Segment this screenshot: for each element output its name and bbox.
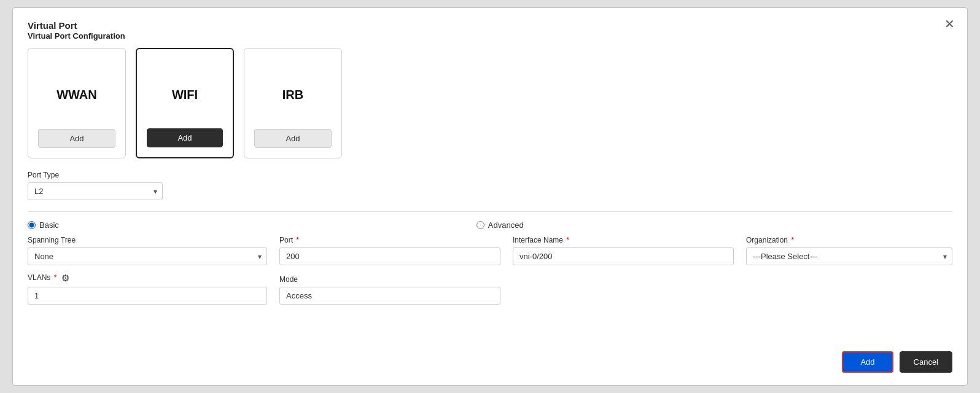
irb-add-button[interactable]: Add [254, 129, 332, 148]
mode-label: Mode [279, 275, 500, 284]
port-group: Port * [279, 236, 500, 265]
port-card-wwan-name: WWAN [56, 61, 97, 129]
wwan-add-button[interactable]: Add [38, 129, 115, 148]
vlans-input[interactable] [28, 287, 267, 305]
mode-group: Mode [279, 275, 500, 305]
radio-basic-input[interactable] [28, 221, 36, 229]
radio-advanced-label: Advanced [488, 220, 524, 230]
vlans-group: VLANs * ⚙ [28, 273, 267, 305]
vlans-label: VLANs * ⚙ [28, 273, 267, 284]
interface-name-input[interactable] [513, 247, 734, 265]
interface-name-label: Interface Name * [513, 236, 734, 244]
port-required: * [294, 236, 299, 244]
radio-advanced[interactable]: Advanced [476, 220, 524, 230]
radio-group: Basic Advanced [28, 220, 952, 230]
dialog-title: Virtual Port [28, 20, 77, 31]
divider [28, 211, 952, 212]
spanning-tree-select-wrapper[interactable]: None [28, 247, 267, 265]
fields-row-2: VLANs * ⚙ Mode [28, 273, 952, 305]
fields-row-1: Spanning Tree None Port * Interface Name… [28, 236, 952, 265]
spanning-tree-group: Spanning Tree None [28, 236, 267, 265]
radio-basic-label: Basic [39, 220, 59, 230]
port-type-group: Port Type L2 [28, 171, 163, 200]
interface-name-group: Interface Name * [513, 236, 734, 265]
organization-select[interactable]: ---Please Select--- [746, 247, 952, 265]
port-type-label: Port Type [28, 171, 163, 179]
close-button[interactable]: ✕ [944, 18, 955, 30]
port-card-wwan[interactable]: WWAN Add [28, 48, 126, 158]
add-button[interactable]: Add [842, 351, 893, 373]
spanning-tree-select[interactable]: None [28, 247, 267, 265]
radio-advanced-input[interactable] [476, 221, 484, 229]
port-card-irb[interactable]: IRB Add [244, 48, 342, 158]
radio-basic[interactable]: Basic [28, 220, 59, 230]
vlans-gear-icon[interactable]: ⚙ [61, 273, 69, 283]
port-type-select-wrapper[interactable]: L2 [28, 182, 163, 200]
port-type-select[interactable]: L2 [28, 182, 163, 200]
port-card-irb-name: IRB [282, 61, 303, 129]
cancel-button[interactable]: Cancel [900, 351, 952, 373]
config-section-title: Virtual Port Configuration [28, 31, 952, 41]
wifi-add-button[interactable]: Add [147, 128, 223, 147]
bottom-buttons: Add Cancel [842, 351, 952, 373]
organization-label: Organization * [746, 236, 952, 244]
virtual-port-dialog: Virtual Port ✕ Virtual Port Configuratio… [12, 7, 968, 386]
port-cards-container: WWAN Add WIFI Add IRB Add [28, 48, 952, 158]
organization-group: Organization * ---Please Select--- [746, 236, 952, 265]
port-card-wifi-name: WIFI [172, 61, 198, 128]
port-label: Port * [279, 236, 500, 244]
organization-select-wrapper[interactable]: ---Please Select--- [746, 247, 952, 265]
port-card-wifi[interactable]: WIFI Add [136, 48, 234, 158]
mode-input[interactable] [279, 287, 500, 305]
port-input[interactable] [279, 247, 500, 265]
fields-section: Spanning Tree None Port * Interface Name… [28, 236, 952, 305]
spanning-tree-label: Spanning Tree [28, 236, 267, 244]
